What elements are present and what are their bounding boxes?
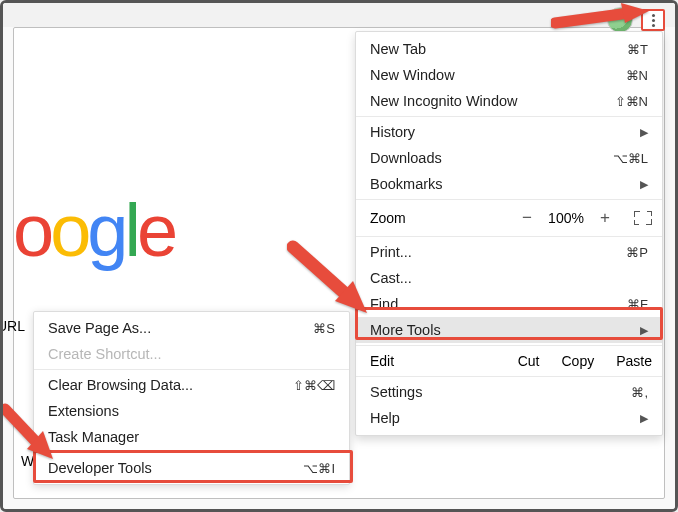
submenu-item-extensions[interactable]: Extensions xyxy=(34,398,349,424)
menu-item-new-tab[interactable]: New Tab ⌘T xyxy=(356,36,662,62)
submenu-item-save-page[interactable]: Save Page As... ⌘S xyxy=(34,315,349,341)
browser-menu: New Tab ⌘T New Window ⌘N New Incognito W… xyxy=(355,31,663,436)
menu-item-new-incognito[interactable]: New Incognito Window ⇧⌘N xyxy=(356,88,662,114)
menu-item-edit: Edit Cut Copy Paste xyxy=(356,348,662,374)
separator xyxy=(356,116,662,117)
svg-marker-0 xyxy=(621,3,649,23)
separator xyxy=(356,345,662,346)
chevron-right-icon: ▶ xyxy=(640,126,648,139)
browser-window: oogle URL W New Tab ⌘T New Window ⌘N New… xyxy=(3,3,675,509)
chevron-right-icon: ▶ xyxy=(640,412,648,425)
menu-item-history[interactable]: History ▶ xyxy=(356,119,662,145)
menu-item-help[interactable]: Help ▶ xyxy=(356,405,662,431)
page-fragment-url: URL xyxy=(0,318,25,334)
menu-item-zoom: Zoom − 100% + xyxy=(356,202,662,234)
submenu-item-task-manager[interactable]: Task Manager xyxy=(34,424,349,450)
chevron-right-icon: ▶ xyxy=(640,178,648,191)
zoom-in-button[interactable]: + xyxy=(594,207,616,229)
fullscreen-icon[interactable] xyxy=(634,211,652,225)
annotation-arrow-to-more-tools xyxy=(287,239,367,309)
menu-item-new-window[interactable]: New Window ⌘N xyxy=(356,62,662,88)
annotation-arrow-to-kebab xyxy=(551,3,651,33)
submenu-item-create-shortcut: Create Shortcut... xyxy=(34,341,349,367)
zoom-out-button[interactable]: − xyxy=(516,207,538,229)
menu-item-bookmarks[interactable]: Bookmarks ▶ xyxy=(356,171,662,197)
menu-item-cast[interactable]: Cast... xyxy=(356,265,662,291)
annotation-arrow-to-devtools xyxy=(0,403,57,458)
menu-item-print[interactable]: Print... ⌘P xyxy=(356,239,662,265)
separator xyxy=(356,236,662,237)
zoom-value: 100% xyxy=(546,210,586,226)
google-logo: oogle xyxy=(13,188,174,273)
separator xyxy=(356,199,662,200)
edit-paste-button[interactable]: Paste xyxy=(616,353,652,369)
annotation-highlight-devtools xyxy=(33,450,353,483)
menu-item-settings[interactable]: Settings ⌘, xyxy=(356,379,662,405)
edit-cut-button[interactable]: Cut xyxy=(518,353,540,369)
edit-copy-button[interactable]: Copy xyxy=(562,353,595,369)
annotation-highlight-more-tools xyxy=(355,307,663,340)
menu-item-downloads[interactable]: Downloads ⌥⌘L xyxy=(356,145,662,171)
separator xyxy=(356,376,662,377)
separator xyxy=(34,369,349,370)
submenu-item-clear-browsing[interactable]: Clear Browsing Data... ⇧⌘⌫ xyxy=(34,372,349,398)
